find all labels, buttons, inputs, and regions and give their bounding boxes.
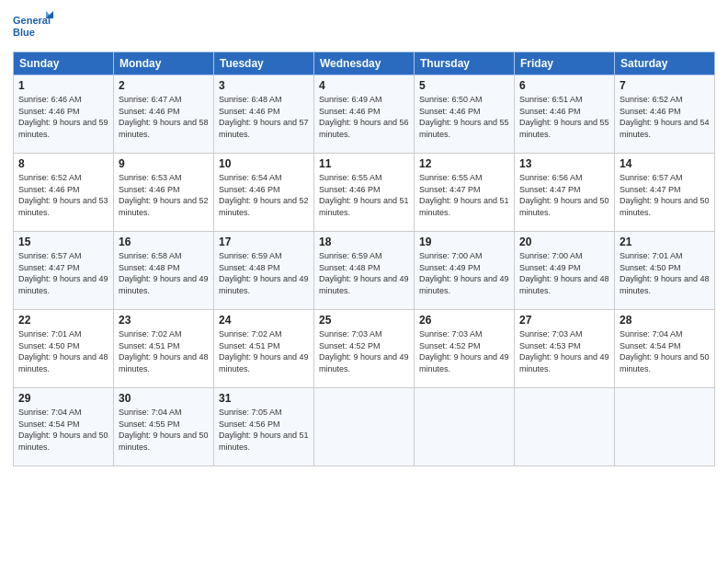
day-info: Sunrise: 7:02 AMSunset: 4:51 PMDaylight:… [219, 329, 309, 373]
day-info: Sunrise: 6:56 AMSunset: 4:47 PMDaylight:… [519, 173, 609, 217]
calendar-cell: 28Sunrise: 7:04 AMSunset: 4:54 PMDayligh… [615, 310, 715, 388]
day-number: 7 [620, 79, 710, 92]
calendar-cell [314, 388, 415, 466]
day-number: 30 [119, 392, 209, 405]
day-number: 25 [319, 314, 409, 327]
day-info: Sunrise: 6:57 AMSunset: 4:47 PMDaylight:… [18, 251, 108, 295]
day-info: Sunrise: 6:55 AMSunset: 4:46 PMDaylight:… [319, 173, 409, 217]
calendar-week-row: 29Sunrise: 7:04 AMSunset: 4:54 PMDayligh… [14, 388, 715, 466]
weekday-header: Monday [114, 52, 214, 75]
calendar-cell: 27Sunrise: 7:03 AMSunset: 4:53 PMDayligh… [515, 310, 615, 388]
day-number: 24 [219, 314, 309, 327]
weekday-header: Sunday [14, 52, 114, 75]
logo: General Blue [13, 11, 59, 44]
day-number: 10 [219, 157, 309, 170]
calendar-cell: 2Sunrise: 6:47 AMSunset: 4:46 PMDaylight… [114, 75, 214, 154]
day-info: Sunrise: 6:51 AMSunset: 4:46 PMDaylight:… [519, 95, 609, 139]
day-number: 3 [219, 79, 309, 92]
day-info: Sunrise: 6:48 AMSunset: 4:46 PMDaylight:… [219, 95, 309, 139]
calendar-cell: 13Sunrise: 6:56 AMSunset: 4:47 PMDayligh… [515, 154, 615, 232]
logo-svg: General Blue [13, 11, 59, 44]
day-number: 22 [18, 314, 108, 327]
calendar-cell: 14Sunrise: 6:57 AMSunset: 4:47 PMDayligh… [615, 154, 715, 232]
calendar-cell: 8Sunrise: 6:52 AMSunset: 4:46 PMDaylight… [14, 154, 114, 232]
day-number: 9 [119, 157, 209, 170]
calendar-cell: 26Sunrise: 7:03 AMSunset: 4:52 PMDayligh… [415, 310, 515, 388]
calendar-cell [415, 388, 515, 466]
calendar-cell: 29Sunrise: 7:04 AMSunset: 4:54 PMDayligh… [14, 388, 114, 466]
calendar-cell: 23Sunrise: 7:02 AMSunset: 4:51 PMDayligh… [114, 310, 214, 388]
svg-text:Blue: Blue [13, 27, 35, 38]
day-number: 5 [419, 79, 509, 92]
day-number: 23 [119, 314, 209, 327]
day-number: 14 [620, 157, 710, 170]
day-info: Sunrise: 7:02 AMSunset: 4:51 PMDaylight:… [119, 329, 209, 373]
calendar-week-row: 8Sunrise: 6:52 AMSunset: 4:46 PMDaylight… [14, 154, 715, 232]
day-info: Sunrise: 7:05 AMSunset: 4:56 PMDaylight:… [219, 408, 309, 452]
day-number: 4 [319, 79, 409, 92]
calendar-cell: 17Sunrise: 6:59 AMSunset: 4:48 PMDayligh… [214, 232, 314, 310]
calendar-cell: 18Sunrise: 6:59 AMSunset: 4:48 PMDayligh… [314, 232, 415, 310]
day-number: 19 [419, 236, 509, 248]
day-info: Sunrise: 7:04 AMSunset: 4:54 PMDaylight:… [620, 329, 710, 373]
day-number: 26 [419, 314, 509, 327]
day-number: 18 [319, 236, 409, 248]
calendar-week-row: 15Sunrise: 6:57 AMSunset: 4:47 PMDayligh… [14, 232, 715, 310]
calendar-cell: 12Sunrise: 6:55 AMSunset: 4:47 PMDayligh… [415, 154, 515, 232]
calendar-cell: 3Sunrise: 6:48 AMSunset: 4:46 PMDaylight… [214, 75, 314, 154]
day-number: 2 [119, 79, 209, 92]
calendar-cell: 31Sunrise: 7:05 AMSunset: 4:56 PMDayligh… [214, 388, 314, 466]
calendar-cell: 16Sunrise: 6:58 AMSunset: 4:48 PMDayligh… [114, 232, 214, 310]
day-info: Sunrise: 7:04 AMSunset: 4:54 PMDaylight:… [18, 408, 108, 452]
day-info: Sunrise: 6:47 AMSunset: 4:46 PMDaylight:… [119, 95, 209, 139]
day-info: Sunrise: 7:03 AMSunset: 4:52 PMDaylight:… [419, 329, 509, 373]
day-number: 1 [18, 79, 108, 92]
day-info: Sunrise: 7:00 AMSunset: 4:49 PMDaylight:… [419, 251, 509, 295]
day-info: Sunrise: 6:46 AMSunset: 4:46 PMDaylight:… [18, 95, 108, 139]
day-info: Sunrise: 6:59 AMSunset: 4:48 PMDaylight:… [219, 251, 309, 295]
day-info: Sunrise: 6:54 AMSunset: 4:46 PMDaylight:… [219, 173, 309, 217]
day-info: Sunrise: 6:55 AMSunset: 4:47 PMDaylight:… [419, 173, 509, 217]
weekday-header: Tuesday [214, 52, 314, 75]
day-number: 12 [419, 157, 509, 170]
weekday-header: Saturday [615, 52, 715, 75]
calendar-cell: 21Sunrise: 7:01 AMSunset: 4:50 PMDayligh… [615, 232, 715, 310]
day-info: Sunrise: 6:50 AMSunset: 4:46 PMDaylight:… [419, 95, 509, 139]
calendar-cell: 11Sunrise: 6:55 AMSunset: 4:46 PMDayligh… [314, 154, 415, 232]
day-info: Sunrise: 7:03 AMSunset: 4:52 PMDaylight:… [319, 329, 409, 373]
calendar-cell: 25Sunrise: 7:03 AMSunset: 4:52 PMDayligh… [314, 310, 415, 388]
day-info: Sunrise: 7:04 AMSunset: 4:55 PMDaylight:… [119, 408, 209, 452]
day-number: 27 [519, 314, 609, 327]
calendar-cell: 19Sunrise: 7:00 AMSunset: 4:49 PMDayligh… [415, 232, 515, 310]
calendar-cell: 5Sunrise: 6:50 AMSunset: 4:46 PMDaylight… [415, 75, 515, 154]
day-number: 11 [319, 157, 409, 170]
day-info: Sunrise: 7:01 AMSunset: 4:50 PMDaylight:… [620, 251, 710, 295]
calendar-cell: 24Sunrise: 7:02 AMSunset: 4:51 PMDayligh… [214, 310, 314, 388]
calendar-cell: 9Sunrise: 6:53 AMSunset: 4:46 PMDaylight… [114, 154, 214, 232]
weekday-header: Thursday [415, 52, 515, 75]
calendar-cell: 22Sunrise: 7:01 AMSunset: 4:50 PMDayligh… [14, 310, 114, 388]
day-info: Sunrise: 6:57 AMSunset: 4:47 PMDaylight:… [620, 173, 710, 217]
day-info: Sunrise: 6:49 AMSunset: 4:46 PMDaylight:… [319, 95, 409, 139]
day-number: 16 [119, 236, 209, 248]
day-number: 13 [519, 157, 609, 170]
day-number: 6 [519, 79, 609, 92]
calendar-cell: 20Sunrise: 7:00 AMSunset: 4:49 PMDayligh… [515, 232, 615, 310]
calendar-cell: 10Sunrise: 6:54 AMSunset: 4:46 PMDayligh… [214, 154, 314, 232]
day-info: Sunrise: 6:52 AMSunset: 4:46 PMDaylight:… [18, 173, 108, 217]
calendar-cell: 6Sunrise: 6:51 AMSunset: 4:46 PMDaylight… [515, 75, 615, 154]
weekday-header: Friday [515, 52, 615, 75]
day-number: 17 [219, 236, 309, 248]
calendar-cell [615, 388, 715, 466]
calendar-week-row: 22Sunrise: 7:01 AMSunset: 4:50 PMDayligh… [14, 310, 715, 388]
day-info: Sunrise: 6:52 AMSunset: 4:46 PMDaylight:… [620, 95, 710, 139]
day-info: Sunrise: 6:59 AMSunset: 4:48 PMDaylight:… [319, 251, 409, 295]
calendar-cell: 1Sunrise: 6:46 AMSunset: 4:46 PMDaylight… [14, 75, 114, 154]
day-number: 31 [219, 392, 309, 405]
day-number: 8 [18, 157, 108, 170]
calendar-cell: 4Sunrise: 6:49 AMSunset: 4:46 PMDaylight… [314, 75, 415, 154]
day-info: Sunrise: 7:00 AMSunset: 4:49 PMDaylight:… [519, 251, 609, 295]
calendar-table: SundayMondayTuesdayWednesdayThursdayFrid… [13, 52, 715, 466]
calendar-container: General Blue SundayMondayTuesdayWednesda… [0, 0, 728, 563]
day-number: 21 [620, 236, 710, 248]
